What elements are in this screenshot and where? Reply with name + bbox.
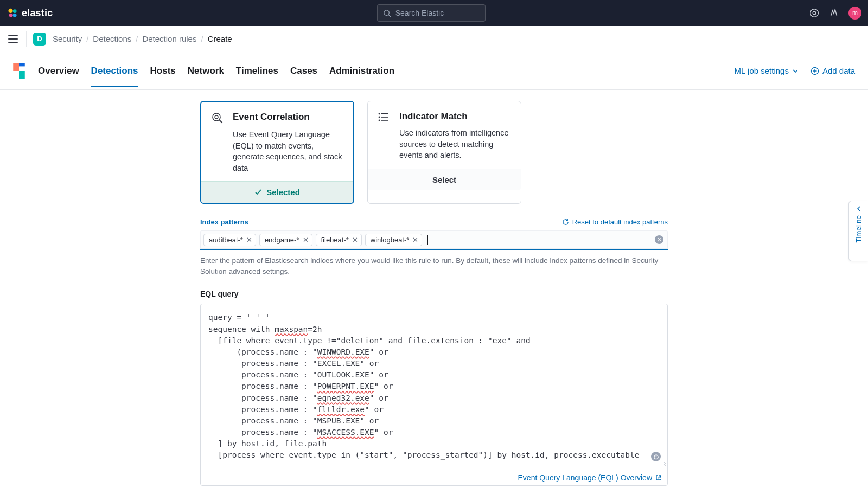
eql-code[interactable]: query = ' ' ' sequence with maxspan=2h [… [201,304,667,470]
check-icon [254,189,262,196]
pattern-pill: endgame-*✕ [259,234,312,246]
tab-detections[interactable]: Detections [91,54,138,87]
svg-point-10 [215,115,218,119]
list-icon [378,111,390,123]
pattern-pill: filebeat-*✕ [316,234,362,246]
svg-point-6 [810,9,819,17]
space-selector[interactable]: D [33,33,46,46]
text-cursor [427,235,428,245]
svg-point-7 [813,11,816,15]
tab-hosts[interactable]: Hosts [150,54,176,87]
nav-toggle[interactable] [7,33,20,46]
svg-rect-17 [381,120,388,121]
magnifier-gear-icon [211,112,224,125]
svg-rect-15 [381,117,388,118]
elastic-logo-icon [7,7,18,19]
svg-rect-13 [381,113,388,114]
card-desc: Use indicators from intelligence sources… [399,127,511,161]
logo[interactable]: elastic [7,7,53,19]
sub-header: D Security / Detections / Detection rule… [0,26,868,52]
index-patterns-input[interactable]: auditbeat-*✕ endgame-*✕ filebeat-*✕ winl… [200,230,668,250]
tab-cases[interactable]: Cases [290,54,317,87]
breadcrumbs: Security / Detections / Detection rules … [53,34,232,43]
svg-line-5 [388,15,391,17]
pattern-pill: auditbeat-*✕ [203,234,256,246]
reset-index-patterns[interactable]: Reset to default index patterns [562,218,668,226]
svg-point-14 [379,117,380,118]
rule-type-event-correlation[interactable]: Event Correlation Use Event Query Langua… [200,101,354,204]
svg-point-16 [379,120,380,121]
tab-overview[interactable]: Overview [38,54,79,87]
index-patterns-label: Index patterns [200,218,248,226]
remove-pill-icon[interactable]: ✕ [412,236,418,244]
search-icon [383,9,391,17]
chevron-left-icon [856,206,862,212]
crumb-rules[interactable]: Detection rules [142,34,196,43]
tab-network[interactable]: Network [188,54,224,87]
svg-point-0 [8,9,12,13]
timeline-flyout-toggle[interactable]: Timeline [848,201,868,261]
newsfeed-icon[interactable] [829,8,839,18]
svg-point-1 [13,9,17,13]
top-bar: elastic m [0,0,868,26]
eql-docs-link[interactable]: Event Query Language (EQL) Overview [518,473,662,482]
remove-pill-icon[interactable]: ✕ [246,236,252,244]
timeline-label: Timeline [854,215,863,243]
remove-pill-icon[interactable]: ✕ [352,236,358,244]
tab-administration[interactable]: Administration [329,54,394,87]
pattern-pill: winlogbeat-*✕ [365,234,423,246]
user-avatar[interactable]: m [848,7,861,20]
crumb-create: Create [208,34,232,43]
resize-handle-icon[interactable] [661,460,666,466]
ml-job-settings[interactable]: ML job settings [735,66,799,75]
svg-point-4 [384,10,389,15]
clear-all-pills[interactable]: ✕ [655,235,663,244]
svg-line-11 [220,120,223,124]
external-link-icon [655,474,662,481]
divider [26,31,27,47]
security-app-icon [13,63,25,79]
card-footer-select[interactable]: Select [368,169,521,190]
crumb-detections[interactable]: Detections [93,34,131,43]
index-patterns-help: Enter the pattern of Elasticsearch indic… [200,255,668,277]
app-nav: Overview Detections Hosts Network Timeli… [0,52,868,90]
tab-timelines[interactable]: Timelines [236,54,278,87]
svg-point-3 [13,14,17,17]
card-footer-selected: Selected [201,181,353,203]
svg-point-9 [213,113,220,121]
crumb-security[interactable]: Security [53,34,82,43]
add-data-button[interactable]: Add data [810,66,855,75]
svg-point-12 [379,113,380,115]
eql-query-label: EQL query [200,290,668,298]
brand-name: elastic [22,8,53,19]
svg-point-2 [9,14,13,17]
card-title: Indicator Match [399,111,511,122]
card-desc: Use Event Query Language (EQL) to match … [233,129,343,174]
chevron-down-icon [792,68,799,74]
plus-circle-icon [810,67,819,75]
global-search-input[interactable] [395,9,480,17]
eql-query-editor[interactable]: query = ' ' ' sequence with maxspan=2h [… [200,304,668,486]
rule-type-indicator-match[interactable]: Indicator Match Use indicators from inte… [367,101,521,204]
refresh-icon [562,219,569,226]
card-title: Event Correlation [233,112,343,123]
remove-pill-icon[interactable]: ✕ [303,236,309,244]
global-search[interactable] [377,4,486,22]
help-icon[interactable] [809,8,819,18]
